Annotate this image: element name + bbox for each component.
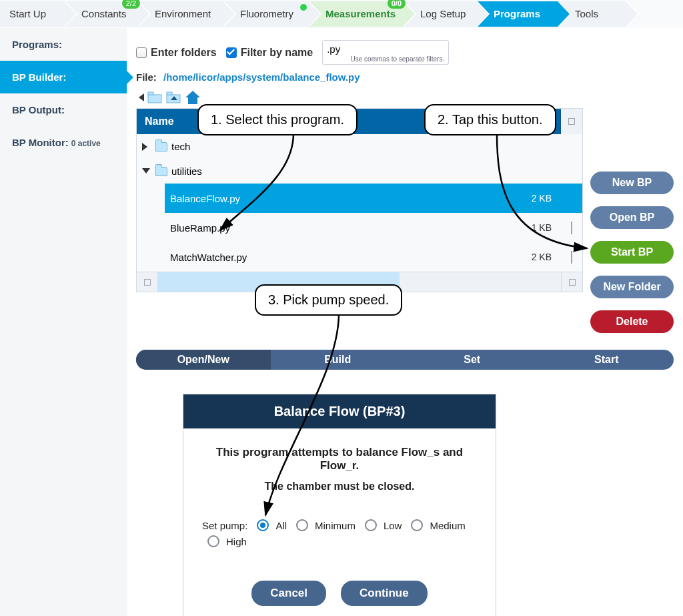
annotation-1: 1. Select this program.: [197, 104, 358, 135]
row-checkbox[interactable]: [571, 251, 572, 264]
radio-medium[interactable]: [411, 519, 423, 531]
svg-rect-2: [148, 92, 153, 95]
folder-name: tech: [171, 141, 190, 152]
continue-button[interactable]: Continue: [341, 581, 428, 606]
file-row-matchwatcher[interactable]: MatchWatcher.py 2 KB: [165, 242, 582, 272]
file-row-balanceflow[interactable]: BalanceFlow.py 2 KB: [165, 184, 582, 213]
dialog-title: Balance Flow (BP#3): [183, 394, 496, 428]
open-bp-button[interactable]: Open BP: [590, 206, 674, 229]
folder-row-tech[interactable]: tech: [137, 134, 582, 159]
radio-minimum[interactable]: [296, 519, 308, 531]
radio-all[interactable]: [257, 519, 269, 531]
sidebar-item-bp-builder[interactable]: BP Builder:: [0, 61, 127, 93]
step-set[interactable]: Set: [405, 350, 540, 370]
radio-high[interactable]: [207, 535, 219, 547]
filter-input-wrapper: Use commas to separate filters.: [322, 40, 449, 65]
top-nav: Start Up Constants2/2 Environment Fluoro…: [0, 0, 683, 28]
tab-programs[interactable]: Programs: [478, 1, 558, 27]
step-start[interactable]: Start: [540, 350, 674, 370]
file-size: 2 KB: [514, 252, 561, 262]
annotation-3: 3. Pick pump speed.: [255, 284, 402, 316]
badge-constants: 2/2: [122, 0, 140, 9]
filter-row: Enter folders Filter by name Use commas …: [127, 28, 683, 69]
collapse-icon[interactable]: [142, 168, 150, 176]
col-check-header[interactable]: [561, 109, 582, 134]
tab-startup[interactable]: Start Up: [0, 1, 64, 27]
file-name: BalanceFlow.py: [165, 193, 514, 204]
sidebar-item-programs[interactable]: Programs:: [0, 28, 127, 61]
step-tabs: Open/New Build Set Start: [136, 350, 674, 370]
pump-label: Set pump:: [202, 520, 247, 531]
dialog-message-2: The chamber must be closed.: [198, 481, 481, 493]
row-checkbox[interactable]: [571, 222, 572, 234]
nav-up-icon[interactable]: [165, 91, 183, 104]
delete-button[interactable]: Delete: [590, 310, 674, 333]
file-size: 1 KB: [514, 222, 561, 233]
filter-by-name-checkbox[interactable]: Filter by name: [226, 47, 313, 59]
file-name: BlueRamp.py: [165, 222, 514, 234]
file-size: 2 KB: [514, 193, 561, 204]
file-row-blueramp[interactable]: BlueRamp.py 1 KB: [165, 213, 582, 242]
folder-name: utilities: [171, 166, 202, 177]
action-column: New BP Open BP Start BP New Folder Delet…: [590, 172, 674, 333]
svg-rect-4: [167, 92, 172, 95]
folder-icon: [155, 167, 167, 176]
nav-home-icon[interactable]: [184, 89, 201, 105]
dot-fluorometry: [300, 4, 307, 11]
sidebar-item-bp-output[interactable]: BP Output:: [0, 93, 127, 126]
tab-measurements[interactable]: Measurements0/0: [309, 1, 403, 27]
enter-folders-checkbox[interactable]: Enter folders: [136, 47, 217, 59]
filter-input[interactable]: [327, 43, 444, 55]
file-path[interactable]: /home/licor/apps/system/balance_flow.py: [163, 71, 360, 83]
tab-environment[interactable]: Environment: [139, 1, 223, 27]
balance-flow-dialog: Balance Flow (BP#3) This program attempt…: [183, 394, 496, 616]
file-label: File:: [136, 71, 157, 83]
svg-marker-6: [185, 91, 200, 104]
radio-low[interactable]: [365, 519, 377, 531]
expand-icon[interactable]: [142, 143, 150, 151]
step-opennew[interactable]: Open/New: [136, 350, 271, 370]
step-build[interactable]: Build: [271, 350, 406, 370]
bp-monitor-count: 0 active: [71, 139, 101, 148]
badge-measurements: 0/0: [388, 0, 406, 9]
folder-row-utilities[interactable]: utilities: [137, 159, 582, 184]
svg-marker-0: [139, 93, 144, 101]
folder-icon: [155, 142, 167, 151]
pump-radio-group: Set pump: All Minimum Low Medium High: [198, 519, 481, 547]
annotation-2: 2. Tap this button.: [424, 104, 556, 135]
sidebar-item-bp-monitor[interactable]: BP Monitor:0 active: [0, 126, 127, 159]
nav-folder-icon[interactable]: [147, 91, 164, 104]
dialog-message-1: This program attempts to balance Flow_s …: [198, 446, 481, 473]
new-bp-button[interactable]: New BP: [590, 172, 674, 194]
tab-fluorometry[interactable]: Fluorometry: [224, 1, 308, 27]
filter-hint: Use commas to separate filters.: [327, 55, 444, 63]
start-bp-button[interactable]: Start BP: [590, 241, 674, 264]
new-folder-button[interactable]: New Folder: [590, 276, 674, 298]
svg-rect-1: [148, 95, 161, 103]
file-path-row: File: /home/licor/apps/system/balance_fl…: [127, 69, 683, 89]
main-area: Enter folders Filter by name Use commas …: [127, 28, 683, 292]
file-name: MatchWatcher.py: [165, 252, 514, 263]
sidebar: Programs: BP Builder: BP Output: BP Moni…: [0, 28, 127, 616]
nav-back-icon[interactable]: [137, 92, 145, 103]
cancel-button[interactable]: Cancel: [251, 581, 326, 606]
file-table: Name Size tech utilities BalanceFlow.py …: [136, 108, 583, 292]
